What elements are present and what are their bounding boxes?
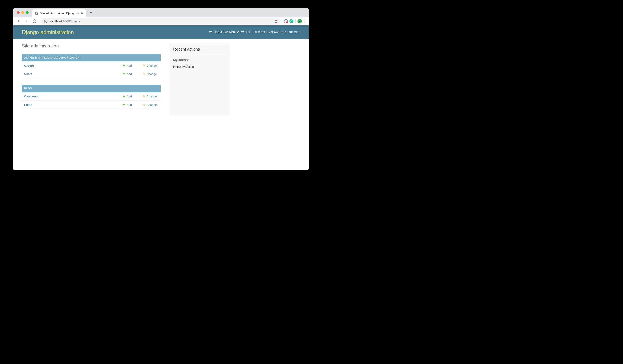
change-link-posts[interactable]: ✎Change	[143, 103, 157, 106]
extension-1-icon[interactable]	[284, 19, 288, 23]
add-link-groups[interactable]: ✚Add	[123, 64, 132, 67]
pencil-icon: ✎	[143, 95, 145, 98]
add-link-categorys[interactable]: ✚Add	[123, 95, 132, 98]
recent-actions-title: Recent actions	[173, 47, 226, 55]
reload-button[interactable]	[31, 18, 38, 25]
add-link-users[interactable]: ✚Add	[123, 72, 132, 76]
tab-strip: Site administration | Django sit ✕ +	[13, 8, 309, 17]
browser-tab[interactable]: Site administration | Django sit ✕	[32, 9, 86, 17]
window-controls	[15, 11, 30, 14]
django-header: Django administration WELCOME, JFINER. V…	[13, 25, 309, 39]
page-title: Site administration	[22, 43, 161, 48]
arrow-left-icon	[16, 19, 20, 23]
change-password-link[interactable]: CHANGE PASSWORD	[255, 31, 284, 34]
model-link-groups[interactable]: Groups	[24, 64, 34, 67]
close-window-button[interactable]	[17, 11, 20, 14]
plus-icon: ✚	[123, 95, 125, 98]
model-link-users[interactable]: Users	[24, 72, 32, 76]
change-link-groups[interactable]: ✎Change	[143, 64, 157, 67]
back-button[interactable]	[15, 18, 22, 25]
pencil-icon: ✎	[143, 72, 145, 76]
plus-icon: ✚	[123, 64, 125, 67]
profile-avatar[interactable]: J	[297, 19, 302, 23]
change-link-categorys[interactable]: ✎Change	[143, 95, 157, 98]
welcome-text: WELCOME,	[209, 31, 225, 34]
user-tools: WELCOME, JFINER. VIEW SITE / CHANGE PASS…	[209, 31, 300, 34]
maximize-window-button[interactable]	[26, 11, 29, 14]
minimize-window-button[interactable]	[22, 11, 24, 14]
model-row: Users ✚Add ✎Change	[22, 70, 161, 78]
reload-icon	[32, 19, 37, 23]
info-icon[interactable]	[44, 20, 47, 23]
extension-grammarly-icon[interactable]: G	[289, 19, 294, 23]
pencil-icon: ✎	[143, 64, 145, 67]
file-icon	[35, 12, 38, 15]
change-link-users[interactable]: ✎Change	[143, 72, 157, 76]
my-actions-subtitle: My actions	[173, 58, 226, 62]
module-auth: AUTHENTICATION AND AUTHORIZATION Groups …	[22, 54, 161, 78]
tab-title: Site administration | Django sit	[40, 12, 79, 15]
browser-toolbar: localhost:8000/admin/ G J	[13, 17, 309, 25]
module-heading[interactable]: AUTHENTICATION AND AUTHORIZATION	[22, 54, 161, 61]
model-link-categorys[interactable]: Categorys	[24, 95, 39, 98]
plus-icon: ✚	[123, 103, 125, 106]
username: JFINER	[225, 31, 235, 34]
toolbar-divider	[295, 19, 296, 23]
model-row: Categorys ✚Add ✎Change	[22, 92, 161, 101]
recent-actions-sidebar: Recent actions My actions None available	[170, 43, 230, 116]
pencil-icon: ✎	[143, 103, 145, 106]
close-tab-icon[interactable]: ✕	[81, 11, 84, 15]
content-main: Site administration AUTHENTICATION AND A…	[22, 43, 161, 116]
arrow-right-icon	[24, 19, 28, 23]
address-bar[interactable]: localhost:8000/admin/	[41, 18, 281, 25]
add-link-posts[interactable]: ✚Add	[123, 103, 132, 106]
bookmark-star-icon[interactable]	[274, 19, 278, 23]
site-title: Django administration	[22, 29, 74, 35]
new-tab-button[interactable]: +	[88, 9, 94, 16]
page-content: Django administration WELCOME, JFINER. V…	[13, 25, 309, 170]
model-row: Posts ✚Add ✎Change	[22, 101, 161, 109]
forward-button[interactable]	[23, 18, 30, 25]
url-text: localhost:8000/admin/	[50, 20, 272, 23]
browser-window: Site administration | Django sit ✕ + loc…	[13, 8, 309, 170]
svg-marker-5	[274, 20, 278, 22]
module-heading[interactable]: BLOG	[22, 85, 161, 92]
model-row: Groups ✚Add ✎Change	[22, 61, 161, 70]
module-blog: BLOG Categorys ✚Add ✎Change Posts ✚Add ✎…	[22, 85, 161, 109]
model-link-posts[interactable]: Posts	[24, 103, 32, 106]
content-wrapper: Site administration AUTHENTICATION AND A…	[13, 39, 309, 120]
log-out-link[interactable]: LOG OUT	[287, 31, 300, 34]
view-site-link[interactable]: VIEW SITE	[237, 31, 251, 34]
browser-menu-button[interactable]	[303, 18, 307, 25]
none-available-text: None available	[173, 65, 226, 68]
plus-icon: ✚	[123, 72, 125, 76]
